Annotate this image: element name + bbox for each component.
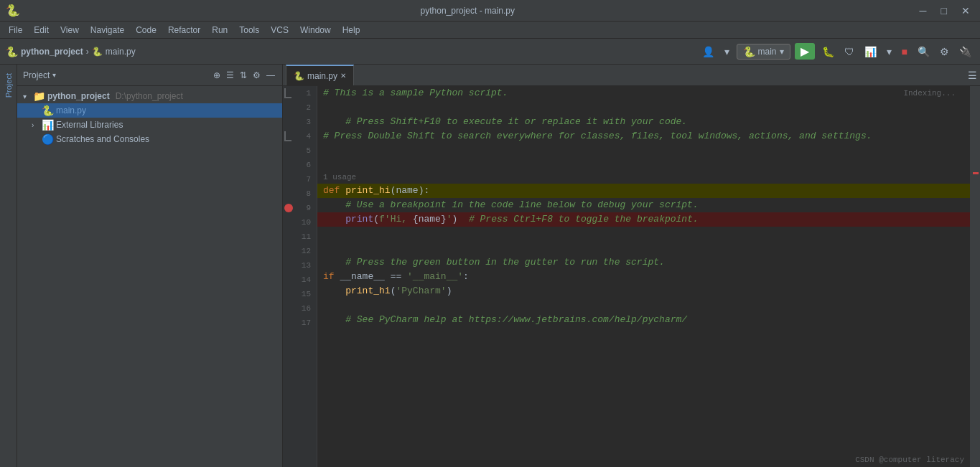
tree-mainpy-item[interactable]: 🐍 main.py [17, 103, 282, 118]
run-button[interactable]: ▶ [795, 43, 815, 60]
menu-refactor[interactable]: Refactor [162, 24, 206, 37]
tab-mainpy[interactable]: 🐍 main.py ✕ [286, 65, 354, 85]
panel-dropdown-arrow[interactable]: ▾ [52, 71, 56, 79]
paren9: ( [373, 212, 379, 227]
dropdown2-icon[interactable]: ▾ [884, 44, 895, 59]
menu-bar: File Edit View Navigate Code Refactor Ru… [0, 22, 980, 39]
code-line-6 [317, 158, 970, 171]
run-config-name: main [758, 47, 777, 57]
usage-count: 1 usage [323, 173, 356, 181]
menu-file[interactable]: File [3, 24, 28, 37]
code-line-7: def print_hi(name): [317, 184, 970, 198]
builtin-print: print [345, 212, 373, 227]
code-content-4: # Press Double Shift to search everywher… [323, 129, 872, 143]
code-line-10 [317, 227, 970, 241]
plugins-icon[interactable]: 🔌 [956, 44, 974, 59]
code-line-1: # This is a sample Python script. [317, 86, 970, 100]
code-content-1: # This is a sample Python script. [323, 86, 508, 100]
code-line-13: if __name__ == '__main__': [317, 270, 970, 284]
usage-indicator: 1 usage [317, 171, 970, 184]
fstring-9: f'Hi, [379, 212, 413, 227]
root-path: D:\python_project [116, 91, 183, 101]
root-label: python_project [47, 91, 110, 101]
panel-locate-btn[interactable]: ⊕ [212, 69, 222, 82]
dropdown-icon[interactable]: ▾ [722, 44, 732, 59]
breakpoint-dot [284, 204, 293, 212]
paren-close-14: ) [447, 284, 452, 298]
stop-button[interactable]: ■ [899, 44, 910, 59]
panel-hide-btn[interactable]: — [265, 69, 276, 82]
arg-14: 'PyCharm' [396, 284, 446, 298]
scratch-label: Scratches and Consoles [56, 134, 149, 144]
panel-sort-btn[interactable]: ⇅ [238, 69, 248, 82]
paren-close: ): [419, 184, 430, 198]
tree-root-item[interactable]: ▾ 📁 python_project D:\python_project [17, 89, 282, 103]
code-content-16: # See PyCharm help at https://www.jetbra… [323, 313, 687, 327]
menu-tools[interactable]: Tools [233, 24, 265, 37]
paren-14: ( [391, 284, 396, 298]
project-name[interactable]: python_project [21, 47, 83, 57]
menu-help[interactable]: Help [337, 24, 366, 37]
main-str: '__main__' [407, 270, 463, 284]
title-bar: 🐍 python_project - main.py ─ □ ✕ [0, 0, 980, 22]
tree-scratch-item[interactable]: 🔵 Scratches and Consoles [17, 132, 282, 146]
panel-actions: ⊕ ☰ ⇅ ⚙ — [212, 69, 276, 82]
panel-collapse-btn[interactable]: ☰ [225, 69, 235, 82]
panel-settings-btn[interactable]: ⚙ [251, 69, 262, 82]
paren-close-9: ) [452, 212, 469, 227]
run-config-selector[interactable]: 🐍 main ▾ [737, 44, 790, 60]
line-16: 16 [283, 301, 314, 316]
close-button[interactable]: ✕ [957, 4, 974, 18]
line-number-gutter: 1 2 3 4 5 6 7 8 9 10 11 12 13 [283, 86, 317, 467]
tab-menu-btn[interactable]: ☰ [968, 70, 977, 81]
menu-navigate[interactable]: Navigate [85, 24, 130, 37]
line-13: 13 [283, 258, 314, 273]
right-scroll-gutter[interactable] [970, 86, 980, 467]
search-icon[interactable]: 🔍 [915, 44, 933, 59]
main-layout: Project Project ▾ ⊕ ☰ ⇅ ⚙ — ▾ 📁 python_p… [0, 65, 980, 467]
dunder-name: __name__ [340, 270, 384, 284]
breadcrumb-separator: › [86, 47, 89, 57]
kw-if: if [323, 270, 340, 284]
menu-window[interactable]: Window [294, 24, 337, 37]
minimize-button[interactable]: ─ [915, 4, 931, 18]
menu-edit[interactable]: Edit [28, 24, 55, 37]
line-3: 3 [283, 115, 314, 129]
tree-extlibs-item[interactable]: › 📊 External Libraries [17, 118, 282, 132]
file-name-nav[interactable]: main.py [106, 47, 136, 57]
brace-open: { [413, 212, 419, 227]
code-editor[interactable]: Indexing... # This is a sample Python sc… [317, 86, 970, 467]
comment-9: # Press Ctrl+F8 to toggle the breakpoint… [469, 212, 699, 227]
fn-name: print_hi [345, 184, 390, 198]
code-line-12: # Press the green button in the gutter t… [317, 255, 970, 270]
line-17: 17 [283, 316, 314, 330]
name-param: name [419, 212, 441, 227]
code-line-4: # Press Double Shift to search everywher… [317, 129, 970, 143]
project-side-tab[interactable]: Project [1, 67, 16, 103]
nav-toolbar: 👤 ▾ 🐍 main ▾ ▶ 🐛 🛡 📊 ▾ ■ 🔍 ⚙ 🔌 [699, 43, 974, 60]
call-print-hi: print_hi [345, 284, 390, 298]
debug-button[interactable]: 🐛 [819, 44, 837, 59]
menu-vcs[interactable]: VCS [265, 24, 294, 37]
coverage-button[interactable]: 🛡 [841, 44, 857, 59]
line-11: 11 [283, 230, 314, 244]
tab-close-btn[interactable]: ✕ [340, 72, 346, 80]
maximize-button[interactable]: □ [937, 4, 951, 18]
panel-header: Project ▾ ⊕ ☰ ⇅ ⚙ — [17, 65, 282, 86]
paren-open: ( [391, 184, 396, 198]
run-config-dropdown: ▾ [780, 47, 784, 57]
code-content-3: # Press Shift+F10 to execute it or repla… [323, 115, 687, 129]
line-9: 9 [283, 201, 314, 215]
settings-icon[interactable]: ⚙ [937, 44, 952, 59]
code-line-14: print_hi('PyCharm') [317, 284, 970, 298]
tab-label: main.py [307, 71, 337, 81]
menu-code[interactable]: Code [130, 24, 162, 37]
scratch-icon: 🔵 [42, 133, 53, 145]
profile-icon[interactable]: 👤 [699, 44, 717, 59]
menu-run[interactable]: Run [206, 24, 233, 37]
line-1: 1 [283, 86, 314, 100]
tabs: 🐍 main.py ✕ [286, 65, 354, 85]
tab-icon: 🐍 [294, 71, 304, 81]
profile-button[interactable]: 📊 [862, 44, 879, 59]
menu-view[interactable]: View [55, 24, 85, 37]
